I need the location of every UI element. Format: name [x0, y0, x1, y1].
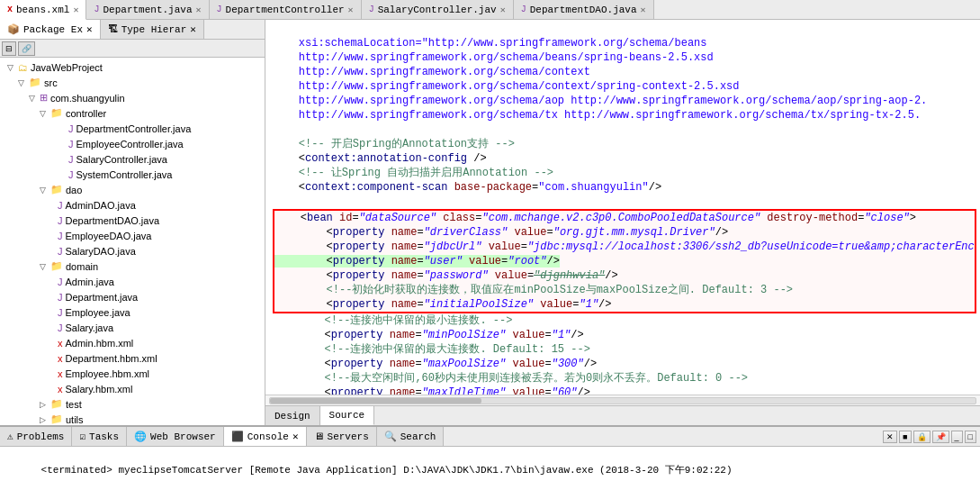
project-icon: 🗂 [18, 62, 28, 73]
tree-src[interactable]: ▽ 📁 src [0, 75, 265, 90]
tree-controller[interactable]: ▽ 📁 controller [0, 105, 265, 121]
expand-icon: ▽ [18, 78, 29, 87]
type-icon: 🏗 [108, 23, 118, 35]
java-file-icon: J [68, 169, 74, 180]
folder-icon: 📁 [50, 260, 63, 272]
maximize-btn[interactable]: □ [965, 431, 976, 443]
tree-dept-java[interactable]: J Department.java [0, 289, 265, 304]
servers-icon: 🖥 [314, 431, 324, 442]
tab-dept-controller[interactable]: J DepartmentController ✕ [210, 0, 362, 19]
tree-systemcontroller-java[interactable]: J SystemController.java [0, 167, 265, 182]
expand-icon: ▽ [40, 109, 50, 118]
close-sidebar-type[interactable]: ✕ [190, 23, 196, 35]
tree-deptcontroller-java[interactable]: J DepartmentController.java [0, 121, 265, 136]
java-file-icon: J [58, 246, 63, 257]
project-tree: ▽ 🗂 JavaWebProject ▽ 📁 src ▽ ⊞ com.shuan… [0, 58, 265, 425]
xml-file-icon: x [58, 353, 63, 364]
sidebar-tab-package[interactable]: 📦 Package Ex ✕ [0, 20, 101, 39]
tree-package[interactable]: ▽ ⊞ com.shuangyulin [0, 90, 265, 105]
tree-deptdao-java[interactable]: J DepartmentDAO.java [0, 213, 265, 228]
editor: xsi:schemaLocation="http://www.springfra… [265, 20, 980, 425]
tree-utils[interactable]: ▷ 📁 utils [0, 412, 265, 425]
expand-icon: ▷ [40, 400, 50, 409]
java-file-icon: J [68, 123, 74, 134]
close-console[interactable]: ✕ [292, 431, 299, 442]
tree-salarycontroller-java[interactable]: J SalaryController.java [0, 151, 265, 167]
java-file-icon: J [58, 231, 63, 241]
console-output: <terminated> myeclipseTomcatServer [Remo… [0, 447, 980, 499]
tree-domain[interactable]: ▽ 📁 domain [0, 259, 265, 274]
tree-employee-hbm-xml[interactable]: x Employee.hbm.xml [0, 366, 265, 381]
clear-console-btn[interactable]: ✕ [883, 431, 897, 443]
search-icon: 🔍 [384, 431, 397, 442]
tree-admindao-java[interactable]: J AdminDAO.java [0, 197, 265, 213]
tree-admin-hbm-xml[interactable]: x Admin.hbm.xml [0, 335, 265, 350]
java-icon: J [521, 5, 526, 14]
java-icon: J [94, 5, 99, 14]
editor-tab-bar: x beans.xml ✕ J Department.java ✕ J Depa… [0, 0, 980, 20]
java-file-icon: J [58, 322, 63, 333]
tree-dao[interactable]: ▽ 📁 dao [0, 182, 265, 197]
bottom-tab-servers[interactable]: 🖥 Servers [307, 427, 377, 446]
link-editor-btn[interactable]: 🔗 [18, 41, 35, 56]
code-scroll[interactable]: xsi:schemaLocation="http://www.springfra… [265, 20, 980, 395]
tab-dept-dao[interactable]: J DepartmentDAO.java ✕ [514, 0, 654, 19]
close-tab-deptdao[interactable]: ✕ [641, 5, 646, 15]
minimize-btn[interactable]: _ [951, 431, 963, 443]
bottom-tab-bar: ⚠ Problems ☑ Tasks 🌐 Web Browser ⬛ Conso… [0, 427, 980, 447]
tab-salary-controller[interactable]: J SalaryController.jav ✕ [362, 0, 514, 19]
stop-btn[interactable]: ■ [899, 431, 911, 443]
expand-icon: ▽ [7, 63, 18, 72]
folder-icon: 📁 [50, 398, 63, 410]
folder-icon: 📁 [50, 184, 63, 195]
bottom-tab-webbrowser[interactable]: 🌐 Web Browser [127, 427, 224, 446]
tree-project[interactable]: ▽ 🗂 JavaWebProject [0, 59, 265, 75]
tree-test[interactable]: ▷ 📁 test [0, 396, 265, 412]
close-sidebar-package[interactable]: ✕ [86, 23, 93, 35]
close-tab-beans[interactable]: ✕ [73, 5, 78, 15]
folder-icon: 📁 [50, 107, 63, 119]
bottom-tab-problems[interactable]: ⚠ Problems [0, 427, 72, 446]
bottom-tab-search[interactable]: 🔍 Search [377, 427, 445, 446]
collapse-all-btn[interactable]: ⊟ [2, 41, 16, 56]
scroll-lock-btn[interactable]: 🔒 [913, 431, 931, 443]
close-tab-deptctrl[interactable]: ✕ [348, 5, 354, 15]
folder-icon: 📁 [50, 413, 63, 425]
tree-salary-java[interactable]: J Salary.java [0, 320, 265, 335]
tree-employee-java[interactable]: J Employee.java [0, 304, 265, 320]
tasks-icon: ☑ [79, 431, 85, 442]
sidebar-tab-type[interactable]: 🏗 Type Hierar ✕ [101, 20, 204, 39]
console-icon: ⬛ [231, 431, 244, 442]
tree-salary-hbm-xml[interactable]: x Salary.hbm.xml [0, 381, 265, 396]
tab-beans-xml[interactable]: x beans.xml ✕ [0, 0, 86, 20]
java-file-icon: J [58, 277, 63, 287]
bottom-tab-tasks[interactable]: ☑ Tasks [72, 427, 127, 446]
xml-icon: x [7, 5, 13, 14]
java-file-icon: J [68, 139, 74, 150]
xml-file-icon: x [58, 384, 63, 395]
java-icon: J [369, 5, 374, 14]
pin-btn[interactable]: 📌 [932, 431, 949, 443]
bottom-panel: ⚠ Problems ☑ Tasks 🌐 Web Browser ⬛ Conso… [0, 425, 980, 499]
tree-salarydao-java[interactable]: J SalaryDAO.java [0, 243, 265, 259]
tree-dept-hbm-xml[interactable]: x Department.hbm.xml [0, 350, 265, 366]
code-content: xsi:schemaLocation="http://www.springfra… [265, 20, 980, 395]
tree-employeecontroller-java[interactable]: J EmployeeController.java [0, 136, 265, 151]
editor-tab-source[interactable]: Source [320, 406, 375, 425]
tree-employeedao-java[interactable]: J EmployeeDAO.java [0, 228, 265, 243]
java-file-icon: J [58, 200, 63, 211]
tree-admin-java[interactable]: J Admin.java [0, 274, 265, 289]
editor-tab-design[interactable]: Design [265, 406, 320, 425]
bottom-tab-console[interactable]: ⬛ Console ✕ [224, 427, 307, 446]
tab-department-java[interactable]: J Department.java ✕ [86, 0, 209, 19]
java-file-icon: J [58, 215, 63, 226]
close-tab-salaryctrl[interactable]: ✕ [500, 5, 506, 15]
sidebar: 📦 Package Ex ✕ 🏗 Type Hierar ✕ ⊟ 🔗 ▽ 🗂 J… [0, 20, 265, 425]
sidebar-tab-bar: 📦 Package Ex ✕ 🏗 Type Hierar ✕ [0, 20, 265, 40]
expand-icon: ▽ [40, 262, 50, 271]
xml-file-icon: x [58, 338, 63, 349]
warning-icon: ⚠ [7, 431, 13, 442]
close-tab-dept[interactable]: ✕ [196, 5, 202, 15]
horizontal-scrollbar[interactable] [265, 395, 980, 405]
src-icon: 📁 [29, 77, 41, 88]
